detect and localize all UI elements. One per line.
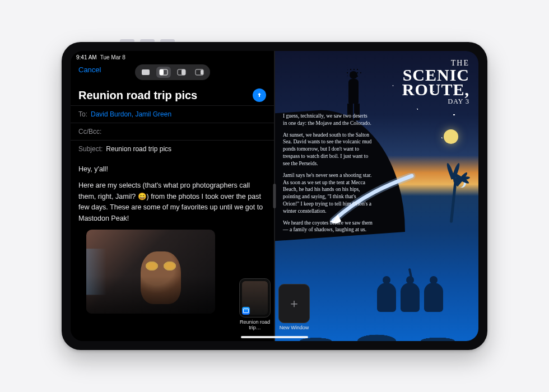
journal-title: THE SCENIC ROUTE, DAY 3 — [402, 59, 469, 106]
home-indicator[interactable] — [241, 336, 308, 338]
palm-tree — [436, 161, 470, 228]
screen: 9:41 AM Tue Mar 8 Cancel Reunion road tr… — [71, 51, 478, 341]
journal-handwriting: I guess, technically, we saw two deserts… — [283, 113, 373, 238]
status-date: Tue Mar 8 — [100, 54, 125, 60]
subject-field[interactable]: Subject: Reunion road trip pics — [71, 140, 274, 157]
layout-fullscreen-button[interactable] — [138, 67, 153, 78]
photo-attachment[interactable] — [86, 230, 215, 314]
arrow-up-icon — [256, 92, 263, 99]
moon-icon — [444, 129, 458, 144]
mail-app-icon — [242, 307, 250, 315]
shelf-window-label: Reunion road trip… — [239, 320, 271, 331]
to-field[interactable]: To: David Burdon, Jamil Green — [71, 105, 274, 123]
seated-figures — [377, 273, 450, 312]
status-bar: 9:41 AM Tue Mar 8 — [71, 51, 274, 63]
to-label: To: — [78, 110, 87, 118]
layout-split-right-button[interactable] — [174, 67, 189, 78]
plus-icon: ＋ — [288, 295, 300, 312]
body-main: Here are my selects (that's what pro pho… — [78, 180, 266, 224]
shelf-new-window-thumb[interactable]: ＋ — [278, 284, 310, 323]
compose-title: Reunion road trip pics — [78, 89, 197, 102]
to-recipients: David Burdon, Jamil Green — [91, 110, 171, 118]
shelf-new-window-label: New Window — [280, 325, 309, 331]
multitasking-control[interactable] — [135, 64, 210, 80]
shelf-window-card[interactable]: Reunion road trip… — [239, 278, 271, 331]
layout-split-left-button[interactable] — [156, 67, 171, 78]
subject-label: Subject: — [78, 145, 103, 153]
shelf-window-thumb[interactable] — [239, 278, 271, 318]
cancel-button[interactable]: Cancel — [78, 66, 101, 74]
svg-rect-1 — [142, 69, 150, 75]
layout-slideover-button[interactable] — [192, 67, 207, 78]
ipad-device-frame: 9:41 AM Tue Mar 8 Cancel Reunion road tr… — [62, 42, 487, 350]
send-button[interactable] — [253, 88, 266, 102]
ccbcc-field[interactable]: Cc/Bcc: — [71, 123, 274, 140]
ccbcc-label: Cc/Bcc: — [78, 128, 101, 136]
svg-rect-5 — [182, 69, 185, 75]
svg-rect-3 — [160, 69, 164, 75]
shelf-new-window-card[interactable]: ＋ New Window — [278, 284, 310, 331]
svg-rect-7 — [201, 70, 203, 74]
status-time: 9:41 AM — [76, 54, 97, 60]
app-shelf[interactable]: Reunion road trip… ＋ New Window — [239, 278, 310, 331]
body-greeting: Hey, y'all! — [78, 164, 266, 175]
subject-value: Reunion road trip pics — [106, 145, 171, 153]
splitview-handle[interactable] — [273, 184, 276, 208]
